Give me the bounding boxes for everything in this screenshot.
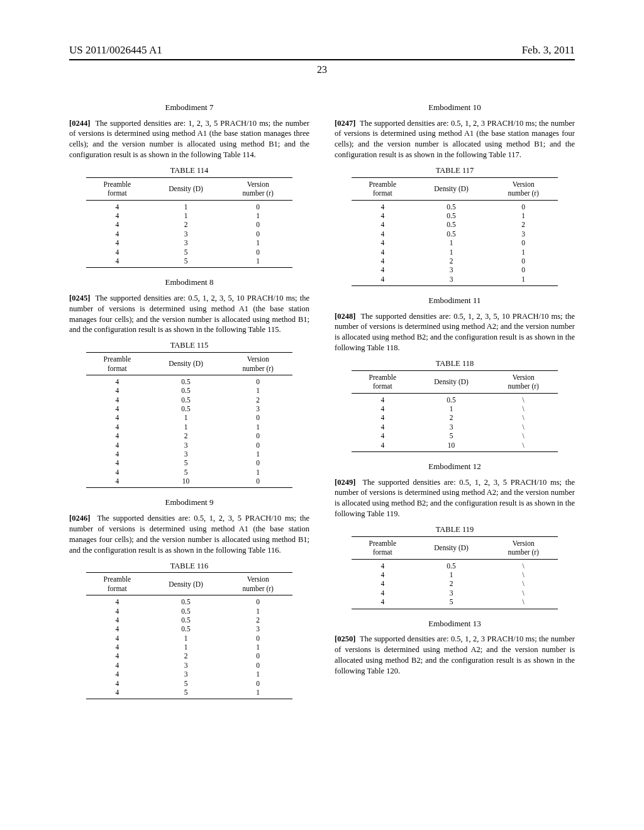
para-text: The supported densities are: 0.5, 1, 2, … <box>335 119 575 160</box>
table-row: 420 <box>86 220 293 229</box>
table-row: 43\ <box>352 589 558 597</box>
table-cell: 3 <box>414 589 489 597</box>
table-row: 420 <box>86 431 293 440</box>
table-cell: 5 <box>414 431 489 440</box>
table-cell: 4 <box>86 423 148 431</box>
table-cell: 4 <box>352 413 414 422</box>
para-num: [0248] <box>335 312 355 321</box>
table-cell: 5 <box>148 248 223 257</box>
table-row: 40.52 <box>352 220 558 229</box>
table-cell: 0.5 <box>414 220 489 229</box>
para-text: The supported densities are: 0.5, 1, 2, … <box>335 634 575 675</box>
table-cell: 0 <box>223 679 292 688</box>
table-cell: 1 <box>223 688 292 699</box>
table-cell: 0 <box>223 458 292 467</box>
table-row: 410\ <box>352 441 558 452</box>
table-cell: 3 <box>148 450 223 458</box>
table-row: 42\ <box>352 579 558 588</box>
para-0248: [0248] The supported densities are: 0.5,… <box>335 311 575 354</box>
table-cell: 4 <box>86 688 148 699</box>
table-cell: 0.5 <box>148 624 223 633</box>
table-cell: 3 <box>489 230 558 238</box>
table-cell: 2 <box>148 431 223 440</box>
table-cell: 3 <box>148 661 223 670</box>
table-cell: 5 <box>148 468 223 477</box>
para-0244: [0244] The supported densities are: 1, 2… <box>69 118 309 161</box>
table-cell: 2 <box>414 579 489 588</box>
embodiment-11-heading: Embodiment 11 <box>335 295 575 306</box>
table-cell: 1 <box>148 423 223 431</box>
table-cell: 4 <box>352 404 414 413</box>
table-row: 410 <box>352 238 558 247</box>
table-cell: 1 <box>148 413 223 422</box>
right-column: Embodiment 10 [0247] The supported densi… <box>335 93 575 703</box>
table-cell: \ <box>489 413 558 422</box>
table-cell: 0.5 <box>148 386 223 395</box>
table-cell: 5 <box>148 257 223 268</box>
table-row: 430 <box>86 661 293 670</box>
table-cell: 1 <box>223 468 292 477</box>
table-cell: 0 <box>223 200 292 211</box>
table-row: 430 <box>86 230 293 238</box>
table-cell: 4 <box>352 431 414 440</box>
table-row: 450 <box>86 458 293 467</box>
para-num: [0247] <box>335 119 355 128</box>
table-cell: 1 <box>223 670 292 678</box>
table-cell: 4 <box>352 579 414 588</box>
table-cell: 4 <box>86 386 148 395</box>
table-cell: 5 <box>414 597 489 609</box>
para-0245: [0245] The supported densities are: 0.5,… <box>69 293 309 336</box>
table-cell: 4 <box>86 441 148 450</box>
table-row: 431 <box>86 238 293 247</box>
table-header: Density (D) <box>148 573 223 595</box>
table-cell: 5 <box>148 458 223 467</box>
table-cell: 4 <box>352 597 414 609</box>
table-header: Density (D) <box>414 536 489 559</box>
table-cell: 4 <box>86 616 148 624</box>
table-cell: 3 <box>414 275 489 286</box>
page-number: 23 <box>69 64 575 75</box>
table-row: 40.52 <box>86 396 293 404</box>
table-cell: 0.5 <box>148 404 223 413</box>
table-119: PreambleformatDensity (D)Versionnumber (… <box>352 536 558 609</box>
table-cell: 4 <box>86 396 148 404</box>
table-header: Versionnumber (r) <box>223 353 292 375</box>
table-cell: 0.5 <box>148 607 223 616</box>
table-cell: 4 <box>86 450 148 458</box>
table-cell: 1 <box>414 404 489 413</box>
table-cell: 4 <box>86 248 148 257</box>
table-cell: 3 <box>148 670 223 678</box>
table-115-caption: TABLE 115 <box>69 340 309 351</box>
table-cell: 4 <box>86 413 148 422</box>
table-cell: 4 <box>352 220 414 229</box>
table-cell: 1 <box>223 238 292 247</box>
table-cell: 0 <box>223 595 292 607</box>
table-118-caption: TABLE 118 <box>335 358 575 369</box>
table-cell: 2 <box>148 220 223 229</box>
table-cell: 4 <box>86 670 148 678</box>
table-cell: \ <box>489 441 558 452</box>
table-cell: 0.5 <box>414 211 489 220</box>
table-cell: 1 <box>223 257 292 268</box>
table-cell: 1 <box>223 211 292 220</box>
table-cell: 0 <box>223 477 292 488</box>
table-cell: \ <box>489 597 558 609</box>
embodiment-7-heading: Embodiment 7 <box>69 102 309 113</box>
doc-number: US 2011/0026445 A1 <box>69 44 162 57</box>
table-row: 411 <box>86 211 293 220</box>
table-cell: 3 <box>223 404 292 413</box>
table-cell: 0 <box>489 200 558 211</box>
table-header: Versionnumber (r) <box>489 536 558 559</box>
table-header: Preambleformat <box>86 177 148 200</box>
para-num: [0250] <box>335 634 355 643</box>
table-cell: 4 <box>86 624 148 633</box>
table-cell: 3 <box>414 265 489 274</box>
table-118: PreambleformatDensity (D)Versionnumber (… <box>352 370 558 452</box>
table-cell: 4 <box>86 651 148 660</box>
table-cell: 0.5 <box>414 200 489 211</box>
table-cell: 2 <box>223 616 292 624</box>
table-cell: 4 <box>86 375 148 386</box>
table-header: Density (D) <box>414 370 489 393</box>
table-117: PreambleformatDensity (D)Versionnumber (… <box>352 177 558 286</box>
table-116: PreambleformatDensity (D)Versionnumber (… <box>86 572 293 699</box>
